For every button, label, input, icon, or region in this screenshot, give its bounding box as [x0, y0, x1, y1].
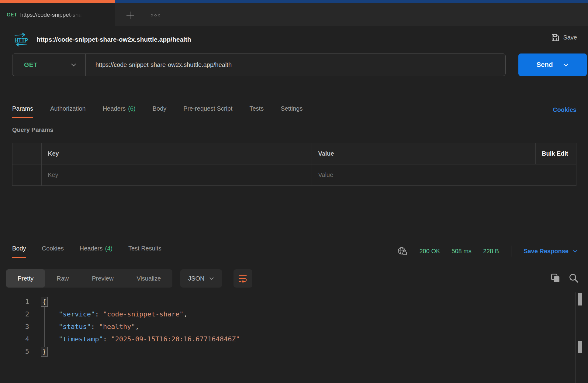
ellipsis-icon: [151, 14, 153, 16]
response-time: 508 ms: [451, 248, 472, 255]
scrollbar-thumb-secondary[interactable]: [578, 341, 582, 353]
wrap-text-button[interactable]: [233, 269, 252, 288]
code-lines: 1{2 "service": "code-snippet-share",3 "s…: [0, 292, 588, 358]
method-value: GET: [24, 61, 71, 68]
active-tab-accent: [0, 0, 115, 3]
params-header-row: Key Value Bulk Edit: [12, 143, 576, 164]
response-tabs: BodyCookiesHeaders(4)Test Results: [12, 245, 161, 258]
format-dropdown[interactable]: JSON: [180, 269, 222, 288]
response-divider: [0, 239, 588, 239]
params-value-header: Value: [312, 143, 536, 164]
code-line: 1{: [0, 295, 588, 308]
line-number: 5: [0, 348, 29, 355]
copy-icon: [550, 273, 561, 283]
status-badge: 200 OK: [419, 248, 440, 255]
tab-method-badge: GET: [7, 12, 17, 18]
params-key-header: Key: [41, 143, 312, 164]
request-tab-params[interactable]: Params: [12, 105, 33, 118]
svg-text:HTTP: HTTP: [15, 37, 28, 43]
request-header: HTTP https://code-snippet-share-ow2x.shu…: [0, 26, 588, 53]
wrap-text-icon: [238, 274, 248, 283]
params-empty-row: Key Value: [12, 164, 576, 186]
method-dropdown[interactable]: GET: [12, 54, 85, 76]
code-line: 4 "timestamp": "2025-09-15T16:20:16.6771…: [0, 333, 588, 345]
line-number: 1: [0, 298, 29, 305]
response-tab-cookies[interactable]: Cookies: [42, 245, 64, 258]
copy-button[interactable]: [550, 273, 561, 283]
line-content: }: [43, 347, 48, 357]
request-title: https://code-snippet-share-ow2x.shuttle.…: [36, 36, 191, 43]
request-tab-authorization[interactable]: Authorization: [50, 105, 86, 118]
save-label: Save: [563, 34, 577, 41]
tab-options-button[interactable]: [148, 9, 163, 22]
search-button[interactable]: [569, 273, 579, 283]
network-globe-lock-icon[interactable]: [397, 246, 408, 256]
params-value-input[interactable]: Value: [312, 164, 576, 186]
view-mode-visualize[interactable]: Visualize: [125, 269, 172, 288]
response-tab-body[interactable]: Body: [12, 245, 26, 258]
app-window: GET https://code-snippet-sha HTTP https:…: [0, 0, 588, 383]
query-params-title: Query Params: [12, 126, 54, 133]
tab-title: https://code-snippet-sha: [20, 12, 82, 18]
view-mode-group: PrettyRawPreviewVisualize: [6, 269, 172, 288]
format-value: JSON: [188, 275, 204, 282]
request-tab-settings[interactable]: Settings: [281, 105, 303, 118]
response-body-viewer[interactable]: 1{2 "service": "code-snippet-share",3 "s…: [0, 292, 588, 383]
tab-count-badge: (6): [128, 105, 135, 112]
url-bar: GET: [12, 53, 506, 76]
save-icon: [551, 33, 559, 42]
response-tab-test-results[interactable]: Test Results: [128, 245, 161, 258]
url-input[interactable]: [86, 54, 505, 76]
code-line: 2 "service": "code-snippet-share",: [0, 308, 588, 320]
send-button[interactable]: Send: [518, 53, 587, 76]
new-tab-button[interactable]: [123, 9, 137, 22]
line-content: "service": "code-snippet-share",: [43, 310, 188, 318]
query-params-table: Key Value Bulk Edit Key Value: [12, 143, 576, 186]
response-body-actions: [550, 273, 579, 283]
request-tab-body[interactable]: Body: [153, 105, 167, 118]
scrollbar-thumb[interactable]: [578, 293, 582, 305]
chevron-down-icon: [209, 277, 214, 280]
request-tab-tests[interactable]: Tests: [249, 105, 264, 118]
params-checkbox-column: [12, 143, 42, 164]
line-number: 2: [0, 310, 29, 318]
search-icon: [569, 273, 579, 283]
request-tab-pre-request-script[interactable]: Pre-request Script: [183, 105, 232, 118]
tab-count-badge: (4): [105, 245, 112, 252]
send-label: Send: [537, 61, 553, 69]
code-line: 5}: [0, 345, 588, 358]
cookies-link[interactable]: Cookies: [553, 106, 576, 113]
http-protocol-icon: HTTP: [13, 33, 29, 47]
save-request-button[interactable]: Save: [551, 33, 577, 42]
chevron-down-icon: [563, 63, 569, 67]
response-view-row: PrettyRawPreviewVisualize JSON: [6, 269, 252, 288]
view-mode-pretty[interactable]: Pretty: [6, 269, 45, 288]
response-size: 228 B: [483, 248, 499, 255]
chevron-down-icon: [71, 63, 76, 67]
view-mode-preview[interactable]: Preview: [80, 269, 125, 288]
meta-divider: [511, 246, 511, 257]
chevron-down-icon: [573, 250, 578, 253]
line-content: {: [43, 297, 48, 307]
line-number: 3: [0, 323, 29, 330]
line-content: "status": "healthy",: [43, 323, 139, 330]
params-key-input[interactable]: Key: [41, 164, 312, 186]
save-response-button[interactable]: Save Response: [524, 248, 578, 255]
line-number: 4: [0, 335, 29, 343]
scrollbar-track-border: [575, 292, 576, 383]
request-tab-active[interactable]: GET https://code-snippet-sha: [0, 0, 115, 26]
bulk-edit-button[interactable]: Bulk Edit: [536, 143, 576, 164]
request-tab-headers[interactable]: Headers(6): [103, 105, 136, 118]
request-tabs: ParamsAuthorizationHeaders(6)BodyPre-req…: [12, 105, 303, 118]
response-tab-headers[interactable]: Headers(4): [80, 245, 112, 258]
plus-icon: [125, 10, 135, 20]
view-mode-raw[interactable]: Raw: [45, 269, 80, 288]
response-meta: 200 OK 508 ms 228 B Save Response: [397, 243, 578, 259]
line-content: "timestamp": "2025-09-15T16:20:16.677164…: [43, 335, 240, 343]
code-line: 3 "status": "healthy",: [0, 320, 588, 333]
